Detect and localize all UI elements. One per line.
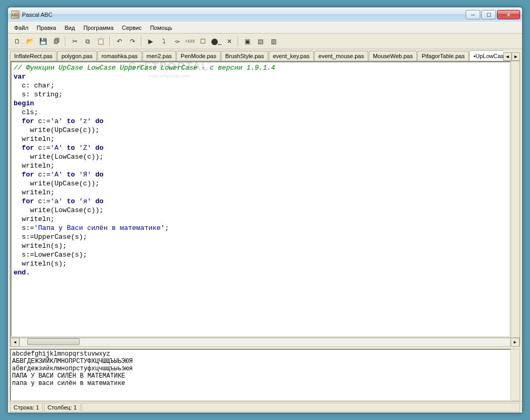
toolbar: 🗋 📂 💾 🗐 ✂ ⧉ 📋 ↶ ↷ ▶ ⤵ ⤼ >123 ☐ ⬤⎯ ✕ ▣ ▤ … bbox=[8, 34, 522, 49]
scroll-left-icon[interactable]: ◄ bbox=[10, 338, 19, 347]
open-file-icon[interactable]: 📂 bbox=[24, 35, 36, 47]
app-icon: ABC bbox=[11, 10, 19, 19]
scroll-right-icon[interactable]: ► bbox=[511, 338, 520, 347]
window-layout1-icon[interactable]: ▣ bbox=[241, 35, 253, 47]
menu-help[interactable]: Помощь bbox=[146, 23, 176, 32]
toolbar-separator bbox=[141, 36, 142, 47]
menu-view[interactable]: Вид bbox=[60, 23, 79, 32]
status-row: Строка: 1 bbox=[10, 403, 43, 412]
file-tab[interactable]: men2.pas bbox=[142, 51, 176, 61]
paste-icon[interactable]: 📋 bbox=[95, 35, 107, 47]
file-tab[interactable]: polygon.pas bbox=[57, 51, 96, 61]
code-editor[interactable]: // Функции UpCase LowCase UpperCase Lowe… bbox=[10, 61, 511, 337]
menu-program[interactable]: Программа bbox=[79, 23, 118, 32]
output-vertical-scrollbar[interactable] bbox=[511, 349, 520, 401]
stop-icon[interactable]: ☐ bbox=[197, 35, 209, 47]
maximize-button[interactable]: ☐ bbox=[481, 10, 496, 19]
file-tab[interactable]: PenMode.pas bbox=[176, 51, 220, 61]
window-layout2-icon[interactable]: ▤ bbox=[255, 35, 267, 47]
menubar: Файл Правка Вид Программа Сервис Помощь bbox=[8, 22, 522, 34]
cut-icon[interactable]: ✂ bbox=[69, 35, 81, 47]
breakpoint-icon[interactable]: ⬤⎯ bbox=[210, 35, 222, 47]
titlebar[interactable]: ABC Pascal ABC ─ ☐ ✕ bbox=[8, 7, 522, 22]
window-title: Pascal ABC bbox=[22, 12, 466, 18]
file-tab[interactable]: BrushStyle.pas bbox=[221, 51, 268, 61]
vertical-scrollbar[interactable] bbox=[511, 61, 520, 337]
toolbar-separator bbox=[238, 36, 239, 47]
tabs-row: InflateRect.paspolygon.pasromashka.pasme… bbox=[8, 49, 522, 61]
menu-edit[interactable]: Правка bbox=[32, 23, 60, 32]
trace-icon[interactable]: >123 bbox=[184, 35, 196, 47]
save-icon[interactable]: 💾 bbox=[37, 35, 49, 47]
toolbar-separator bbox=[65, 36, 66, 47]
app-window: ABC Pascal ABC ─ ☐ ✕ Файл Правка Вид Про… bbox=[7, 7, 523, 413]
run-icon[interactable]: ▶ bbox=[145, 35, 157, 47]
new-file-icon[interactable]: 🗋 bbox=[11, 35, 23, 47]
undo-icon[interactable]: ↶ bbox=[113, 35, 125, 47]
status-col: Столбец: 1 bbox=[44, 403, 81, 412]
editor-area: // Функции UpCase LowCase UpperCase Lowe… bbox=[10, 61, 520, 347]
file-tab[interactable]: romashka.pas bbox=[97, 51, 142, 61]
file-tab[interactable]: InflateRect.pas bbox=[10, 51, 57, 61]
file-tab[interactable]: PifagorTable.pas bbox=[417, 51, 469, 61]
close-button[interactable]: ✕ bbox=[497, 10, 520, 19]
status-spacer bbox=[82, 403, 520, 412]
toolbar-separator bbox=[109, 36, 111, 47]
redo-icon[interactable]: ↷ bbox=[126, 35, 138, 47]
output-panel[interactable]: abcdefghijklmnopqrstuvwxyz АБВГДЕЖЗИЙКЛМ… bbox=[10, 349, 511, 401]
horizontal-scrollbar[interactable]: ◄ ► bbox=[10, 337, 520, 346]
minimize-button[interactable]: ─ bbox=[466, 10, 480, 19]
scroll-thumb[interactable] bbox=[27, 338, 80, 345]
file-tab[interactable]: •UpLowCase.pas bbox=[469, 50, 503, 61]
save-all-icon[interactable]: 🗐 bbox=[50, 35, 62, 47]
file-tab[interactable]: event_key.pas bbox=[269, 51, 314, 61]
tab-scroll-right-icon[interactable]: ► bbox=[512, 52, 520, 61]
statusbar: Строка: 1 Столбец: 1 bbox=[8, 401, 522, 413]
file-tab[interactable]: event_mouse.pas bbox=[314, 51, 368, 61]
menu-service[interactable]: Сервис bbox=[118, 23, 146, 32]
file-tab[interactable]: MouseWeb.pas bbox=[369, 51, 417, 61]
copy-icon[interactable]: ⧉ bbox=[82, 35, 94, 47]
clear-breakpoints-icon[interactable]: ✕ bbox=[223, 35, 235, 47]
step-into-icon[interactable]: ⤵ bbox=[158, 35, 170, 47]
step-over-icon[interactable]: ⤼ bbox=[171, 35, 183, 47]
tab-scroll-left-icon[interactable]: ◄ bbox=[503, 52, 512, 61]
menu-file[interactable]: Файл bbox=[10, 23, 32, 32]
window-layout3-icon[interactable]: ▥ bbox=[268, 35, 280, 47]
